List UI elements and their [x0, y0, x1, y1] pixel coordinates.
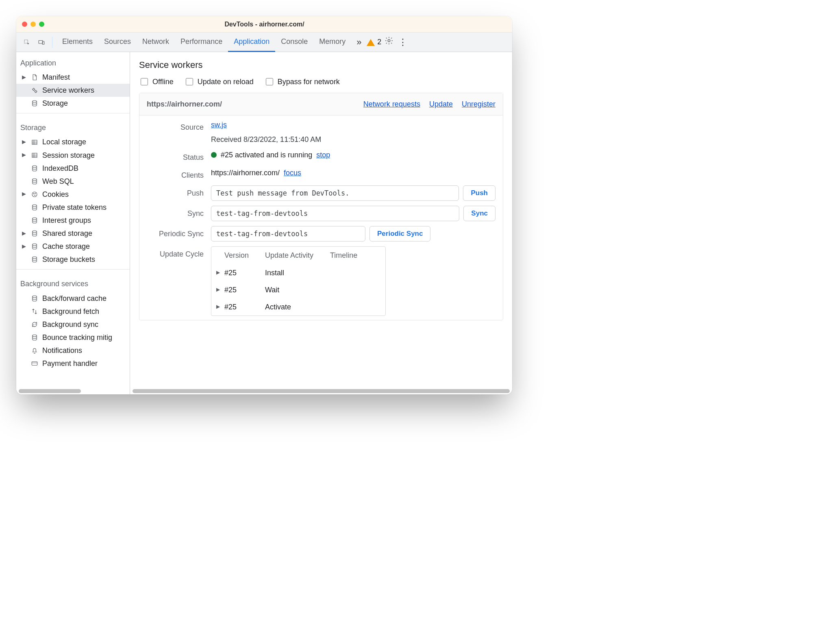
inspect-element-icon[interactable]: [20, 36, 33, 49]
db-icon: [30, 294, 39, 303]
content-horizontal-scrollbar[interactable]: [133, 389, 510, 393]
tab-memory[interactable]: Memory: [313, 32, 351, 52]
client-url: https://airhorner.com/: [211, 168, 280, 178]
periodic-sync-input[interactable]: [211, 226, 365, 242]
svg-rect-1: [39, 40, 43, 44]
sidebar-item-indexeddb[interactable]: ▶IndexedDB: [16, 162, 130, 175]
sidebar-item-label: Storage buckets: [42, 254, 95, 265]
sidebar-item-shared-storage[interactable]: ▶Shared storage: [16, 227, 130, 240]
card-icon: [30, 359, 39, 368]
db-icon: [30, 164, 39, 173]
sidebar-item-storage-buckets[interactable]: ▶Storage buckets: [16, 253, 130, 266]
table-icon: [30, 151, 39, 160]
sidebar-item-label: Cache storage: [42, 241, 90, 252]
settings-icon[interactable]: [383, 36, 395, 49]
label-source: Source: [147, 120, 204, 133]
window-title: DevTools - airhorner.com/: [48, 20, 481, 29]
chevron-right-icon: ▶: [22, 151, 27, 159]
cycle-activity: Activate: [265, 302, 326, 312]
update-on-reload-checkbox[interactable]: Update on reload: [184, 76, 254, 87]
sidebar-item-cache-storage[interactable]: ▶Cache storage: [16, 240, 130, 253]
unregister-link[interactable]: Unregister: [462, 99, 495, 109]
cycle-version: #25: [224, 268, 261, 278]
sidebar-item-private-state-tokens[interactable]: ▶Private state tokens: [16, 201, 130, 214]
periodic-sync-button[interactable]: Periodic Sync: [369, 226, 430, 242]
tab-performance[interactable]: Performance: [175, 32, 228, 52]
sidebar-item-cookies[interactable]: ▶Cookies: [16, 188, 130, 201]
warning-icon: [367, 35, 375, 46]
sidebar-item-background-sync[interactable]: ▶Background sync: [16, 318, 130, 331]
svg-point-9: [33, 165, 37, 168]
devtools-toolbar: ElementsSourcesNetworkPerformanceApplica…: [16, 33, 512, 52]
tab-elements[interactable]: Elements: [56, 32, 98, 52]
sidebar-item-background-fetch[interactable]: ▶Background fetch: [16, 305, 130, 318]
sidebar-group-application: Application: [16, 52, 130, 71]
db-icon: [30, 255, 39, 264]
sidebar-item-manifest[interactable]: ▶Manifest: [16, 71, 130, 84]
push-input[interactable]: [211, 185, 459, 201]
svg-point-20: [33, 296, 37, 298]
chevron-right-icon: ▶: [22, 138, 27, 146]
sidebar-group-storage: Storage: [16, 117, 130, 135]
tab-network[interactable]: Network: [137, 32, 175, 52]
sidebar-item-payment-handler[interactable]: ▶Payment handler: [16, 357, 130, 370]
db-icon: [30, 216, 39, 225]
svg-point-4: [33, 89, 35, 91]
svg-point-19: [33, 257, 37, 259]
sidebar-group-bg: Background services: [16, 273, 130, 292]
svg-point-6: [33, 101, 37, 103]
col-version: Version: [224, 250, 261, 261]
sidebar-item-label: Payment handler: [42, 358, 98, 369]
push-button[interactable]: Push: [463, 185, 495, 201]
sync-input[interactable]: [211, 206, 459, 221]
update-link[interactable]: Update: [429, 99, 453, 109]
update-cycle-row[interactable]: ▶#25Activate: [211, 298, 385, 315]
svg-point-21: [33, 335, 37, 337]
col-timeline: Timeline: [330, 250, 380, 261]
sidebar-item-local-storage[interactable]: ▶Local storage: [16, 135, 130, 148]
svg-point-16: [33, 218, 37, 220]
sidebar-item-label: Local storage: [42, 137, 86, 147]
sidebar-item-bounce-tracking-mitig[interactable]: ▶Bounce tracking mitig: [16, 331, 130, 344]
minimize-window-icon[interactable]: [30, 22, 36, 27]
more-options-icon[interactable]: ⋮: [397, 36, 409, 49]
svg-rect-22: [32, 362, 37, 366]
toggle-device-toolbar-icon[interactable]: [35, 36, 48, 49]
update-cycle-row[interactable]: ▶#25Wait: [211, 281, 385, 298]
more-tabs-icon[interactable]: »: [353, 36, 365, 49]
update-cycle-row[interactable]: ▶#25Install: [211, 264, 385, 281]
stop-link[interactable]: stop: [316, 150, 330, 160]
db-icon: [30, 177, 39, 186]
sidebar-item-service-workers[interactable]: ▶Service workers: [16, 84, 130, 97]
network-requests-link[interactable]: Network requests: [363, 99, 420, 109]
sidebar-item-session-storage[interactable]: ▶Session storage: [16, 149, 130, 162]
sidebar-item-back-forward-cache[interactable]: ▶Back/forward cache: [16, 292, 130, 305]
tab-console[interactable]: Console: [275, 32, 313, 52]
focus-client-link[interactable]: focus: [284, 168, 301, 178]
cycle-activity: Wait: [265, 285, 326, 295]
source-file-link[interactable]: sw.js: [211, 120, 227, 130]
sidebar-item-storage[interactable]: ▶Storage: [16, 97, 130, 110]
sidebar-item-notifications[interactable]: ▶Notifications: [16, 344, 130, 357]
tab-application[interactable]: Application: [228, 32, 275, 52]
chevron-right-icon: ▶: [22, 243, 27, 250]
offline-checkbox[interactable]: Offline: [139, 76, 174, 87]
sidebar-item-interest-groups[interactable]: ▶Interest groups: [16, 214, 130, 227]
sidebar-item-label: Storage: [42, 98, 68, 109]
zoom-window-icon[interactable]: [39, 22, 44, 27]
label-sync: Sync: [147, 206, 204, 219]
sync-button[interactable]: Sync: [463, 206, 495, 221]
svg-rect-7: [32, 140, 37, 144]
bypass-for-network-checkbox[interactable]: Bypass for network: [264, 76, 340, 87]
sidebar-item-label: Notifications: [42, 345, 82, 356]
tab-sources[interactable]: Sources: [98, 32, 137, 52]
close-window-icon[interactable]: [22, 22, 27, 27]
label-status: Status: [147, 150, 204, 163]
update-cycle-table: Version Update Activity Timeline ▶#25Ins…: [211, 246, 386, 315]
svg-point-10: [33, 178, 37, 181]
updown-icon: [30, 307, 39, 316]
sidebar-horizontal-scrollbar[interactable]: [19, 389, 81, 393]
issues-badge[interactable]: 2: [367, 37, 381, 48]
service-workers-pane: Service workers Offline Update on reload…: [130, 52, 512, 394]
sidebar-item-web-sql[interactable]: ▶Web SQL: [16, 175, 130, 188]
